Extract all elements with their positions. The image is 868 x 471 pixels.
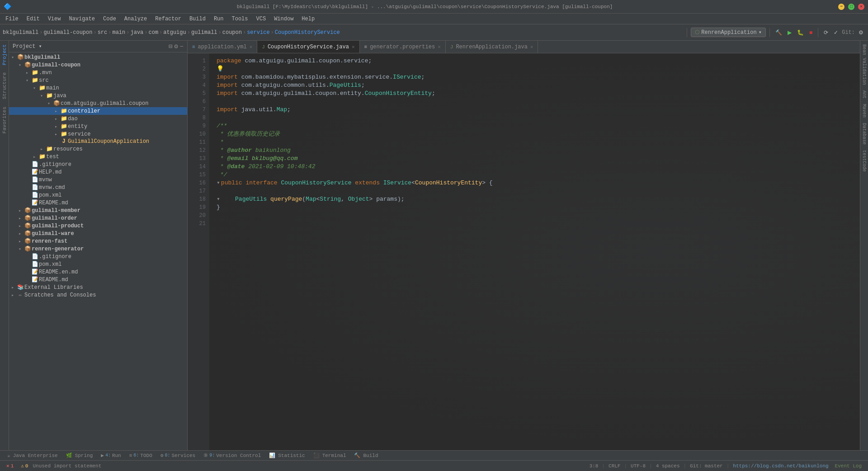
menu-analyze[interactable]: Analyze bbox=[121, 15, 151, 23]
warning-indicator[interactable]: ⚠ 0 bbox=[18, 463, 31, 469]
breadcrumb-file[interactable]: CouponHistoryService bbox=[275, 29, 340, 36]
bottom-btn-services[interactable]: ⚙8:Services bbox=[157, 452, 199, 459]
maximize-button[interactable]: □ bbox=[848, 4, 854, 10]
fold-icon[interactable]: ▾ bbox=[217, 179, 220, 186]
bottom-btn-build[interactable]: 🔨Build bbox=[350, 452, 382, 459]
window-controls[interactable]: − □ ✕ bbox=[838, 4, 864, 10]
tree-item-HELP.md[interactable]: 📝HELP.md bbox=[9, 168, 187, 176]
error-indicator[interactable]: ✕ 1 bbox=[4, 463, 16, 469]
run-button[interactable]: ▶ bbox=[786, 28, 793, 37]
testcode-label[interactable]: testCode bbox=[861, 148, 868, 174]
breadcrumb-src[interactable]: src bbox=[98, 29, 108, 36]
menu-code[interactable]: Code bbox=[99, 15, 120, 23]
tree-item-entity[interactable]: ▸📁entity bbox=[9, 122, 187, 130]
maven-view-label[interactable]: Maven bbox=[861, 102, 868, 119]
project-icon[interactable]: Project bbox=[1, 42, 8, 67]
menu-tools[interactable]: Tools bbox=[228, 15, 252, 23]
breadcrumb-module[interactable]: gulimall-coupon bbox=[43, 29, 92, 36]
indent-settings[interactable]: 4 spaces bbox=[653, 463, 683, 469]
tree-item-bklgulimall[interactable]: ▾📦bklgulimall bbox=[9, 53, 187, 61]
tree-item-service[interactable]: ▸📁service bbox=[9, 130, 187, 138]
minimize-panel-button[interactable]: − bbox=[180, 43, 184, 50]
tree-item-rg-gitignore[interactable]: 📄.gitignore bbox=[9, 253, 187, 260]
tab-close-renren-application[interactable]: ✕ bbox=[530, 44, 533, 50]
tree-item-renren-fast[interactable]: ▸📦renren-fast bbox=[9, 237, 187, 245]
bottom-btn-statistic[interactable]: 📊Statistic bbox=[265, 452, 308, 459]
tab-close-coupon-history-service[interactable]: ✕ bbox=[352, 44, 355, 50]
tree-item-dao[interactable]: ▸📁dao bbox=[9, 115, 187, 122]
breadcrumb-com[interactable]: com bbox=[149, 29, 159, 36]
tree-item-src[interactable]: ▾📁src bbox=[9, 76, 187, 84]
structure-icon[interactable]: Structure bbox=[1, 71, 8, 101]
breadcrumb-coupon[interactable]: coupon bbox=[222, 29, 242, 36]
breadcrumb-atguigu[interactable]: atguigu bbox=[163, 29, 186, 36]
menu-file[interactable]: File bbox=[2, 15, 22, 23]
bottom-btn-terminal[interactable]: ⬛Terminal bbox=[310, 452, 350, 459]
tab-renren-application[interactable]: JRenrenApplication.java✕ bbox=[446, 41, 538, 53]
code-content[interactable]: package com.atguigu.gulimall.coupon.serv… bbox=[209, 53, 860, 450]
bean-validation-label[interactable]: Bean Validation bbox=[861, 42, 868, 87]
tree-item-mvnw.cmd[interactable]: 📄mvnw.cmd bbox=[9, 184, 187, 191]
breadcrumb-gulimall[interactable]: gulimall bbox=[191, 29, 217, 36]
encoding[interactable]: UTF-8 bbox=[628, 463, 648, 469]
stop-button[interactable]: ■ bbox=[807, 28, 814, 37]
tree-item-GulimallCouponApplication[interactable]: JGulimallCouponApplication bbox=[9, 138, 187, 145]
bottom-btn-version-control[interactable]: ⑨9:Version Control bbox=[200, 452, 264, 459]
git-commit-button[interactable]: ✓ bbox=[832, 28, 840, 37]
git-branch[interactable]: Git: master bbox=[687, 463, 726, 469]
tree-item-rg-readme-en[interactable]: 📝README.en.md bbox=[9, 268, 187, 276]
breadcrumb-java[interactable]: java bbox=[130, 29, 143, 36]
tree-item-.gitignore[interactable]: 📄.gitignore bbox=[9, 160, 187, 168]
line-ending[interactable]: CRLF bbox=[606, 463, 623, 469]
breadcrumb-main[interactable]: main bbox=[112, 29, 125, 36]
cursor-position[interactable]: 3:8 bbox=[587, 463, 601, 469]
menu-view[interactable]: View bbox=[44, 15, 65, 23]
tree-item-mvnw[interactable]: 📄mvnw bbox=[9, 176, 187, 184]
tab-generator-properties[interactable]: ≡generator.properties✕ bbox=[360, 41, 446, 53]
debug-button[interactable]: 🐛 bbox=[795, 28, 806, 37]
tree-item-gulimall-coupon[interactable]: ▾📦gulimall-coupon bbox=[9, 61, 187, 69]
settings-button[interactable]: ⚙ bbox=[857, 28, 865, 37]
event-log-button[interactable]: Event Log bbox=[832, 463, 864, 469]
menu-vcs[interactable]: VCS bbox=[253, 15, 270, 23]
database-label[interactable]: Database bbox=[861, 121, 868, 146]
tab-application-yml[interactable]: ≡application.yml✕ bbox=[188, 41, 257, 53]
tree-item-.mvn[interactable]: ▸📁.mvn bbox=[9, 69, 187, 76]
bottom-btn-run[interactable]: ▶4:Run bbox=[97, 452, 124, 459]
tree-item-main[interactable]: ▾📁main bbox=[9, 84, 187, 92]
tree-item-README.md[interactable]: 📝README.md bbox=[9, 199, 187, 207]
menu-refactor[interactable]: Refactor bbox=[151, 15, 185, 23]
blog-url[interactable]: https://blog.csdn.net/baikunlong bbox=[730, 463, 831, 469]
menu-edit[interactable]: Edit bbox=[23, 15, 43, 23]
tree-item-external-libraries[interactable]: ▸📚External Libraries bbox=[9, 283, 187, 291]
settings-icon[interactable]: ⚙ bbox=[174, 42, 178, 50]
bottom-btn-todo[interactable]: ≡6:TODO bbox=[126, 452, 156, 459]
tab-close-generator-properties[interactable]: ✕ bbox=[438, 44, 441, 50]
tree-item-gulimall-member[interactable]: ▸📦gulimall-member bbox=[9, 207, 187, 214]
tree-item-rg-readme[interactable]: 📝README.md bbox=[9, 276, 187, 283]
tree-item-rg-pom[interactable]: 📄pom.xml bbox=[9, 260, 187, 268]
tree-item-com.atguigu.gulimall.coupon[interactable]: ▾📦com.atguigu.gulimall.coupon bbox=[9, 99, 187, 107]
tree-item-scratches[interactable]: ▸✏Scratches and Consoles bbox=[9, 291, 187, 299]
tree-item-controller[interactable]: ▸📁controller bbox=[9, 107, 187, 115]
tree-item-resources[interactable]: ▸📁resources bbox=[9, 145, 187, 153]
run-config-selector[interactable]: ⬡ RenrenApplication ▾ bbox=[691, 28, 766, 37]
tree-item-test[interactable]: ▸📁test bbox=[9, 153, 187, 160]
breadcrumb-root[interactable]: bklgulimall bbox=[3, 29, 38, 36]
bottom-btn-java-enterprise[interactable]: ☕Java Enterprise bbox=[4, 452, 61, 459]
breadcrumb-service[interactable]: service bbox=[247, 29, 269, 36]
fold-icon-2[interactable]: ▾ bbox=[217, 196, 220, 203]
tree-item-gulimall-order[interactable]: ▸📦gulimall-order bbox=[9, 214, 187, 222]
tab-coupon-history-service[interactable]: JCouponHistoryService.java✕ bbox=[257, 41, 359, 53]
collapse-all-button[interactable]: ⊟ bbox=[169, 42, 172, 50]
bottom-btn-spring[interactable]: 🌿Spring bbox=[62, 452, 97, 459]
menu-help[interactable]: Help bbox=[298, 15, 318, 23]
tree-item-gulimall-product[interactable]: ▸📦gulimall-product bbox=[9, 222, 187, 230]
close-button[interactable]: ✕ bbox=[858, 4, 864, 10]
tree-item-pom.xml[interactable]: 📄pom.xml bbox=[9, 191, 187, 199]
menu-run[interactable]: Run bbox=[210, 15, 227, 23]
menu-build[interactable]: Build bbox=[186, 15, 209, 23]
tree-item-gulimall-ware[interactable]: ▸📦gulimall-ware bbox=[9, 230, 187, 237]
git-update-button[interactable]: ⟳ bbox=[822, 28, 830, 37]
build-button[interactable]: 🔨 bbox=[774, 28, 784, 37]
